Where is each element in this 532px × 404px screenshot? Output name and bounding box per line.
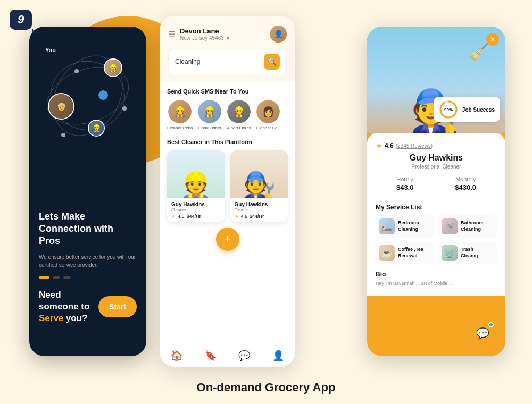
screen1-bottom-content: Lets Make Connection with Pros We ensure… <box>39 211 137 324</box>
hourly-rate: Hourly $43.0 <box>396 176 414 191</box>
location-info: Devon Lane New Jersey 45463 ▼ <box>180 27 265 41</box>
rate-row: Hourly $43.0 Monthly $430.0 <box>376 176 497 197</box>
service-name-coffee: Coffee ,TeaRenewal <box>398 247 423 259</box>
list-item[interactable]: 👩 Eleanor Pe.. <box>256 100 280 130</box>
dot-inactive-1 <box>53 276 60 279</box>
small-dot-1 <box>74 69 79 73</box>
nav-search[interactable]: 🔖 <box>205 350 217 361</box>
service-item-trash[interactable]: 🗑️ TrashCleanig <box>438 242 497 264</box>
logo: 9 hz <box>10 10 41 33</box>
rating-value: 4.6 <box>385 142 394 149</box>
search-button[interactable]: 🔍 <box>264 54 280 70</box>
chat-fab-button[interactable]: 💬 <box>470 321 495 346</box>
need-serve-row: Needsomeone to Serve you? Start <box>39 289 137 324</box>
price-2: $44/Hr <box>250 214 264 219</box>
provider-name-display: Guy Hawkins <box>376 153 497 163</box>
service-name-bathroom: BathroomCleaning <box>461 220 484 232</box>
section1-title: Send Quick SMS Near To You <box>167 88 288 95</box>
nav-home[interactable]: 🏠 <box>171 350 182 361</box>
trash-icon-box: 🗑️ <box>442 245 458 261</box>
service-list-title: My Service List <box>376 204 497 211</box>
close-button[interactable]: ✕ <box>486 33 499 46</box>
bio-title: Bio <box>376 271 497 278</box>
small-dot-3 <box>61 133 65 137</box>
star-icon-2: ★ <box>235 214 239 219</box>
nav-profile[interactable]: 👤 <box>272 350 284 361</box>
service-item-bedroom[interactable]: 🛏️ BedroomCleaning <box>376 215 434 238</box>
location-sub[interactable]: New Jersey 45463 ▼ <box>180 35 265 41</box>
svg-text:90%: 90% <box>444 107 453 112</box>
cleaner-card-1[interactable]: 👷 Guy Hawkins Cleaner ★ 4.6 $44/Hr <box>167 150 225 222</box>
coffee-icon-box: ☕ <box>379 245 395 261</box>
location-name: Devon Lane <box>180 27 265 35</box>
bio-section: Bio Hey I'm Savannah ... art of Mobile .… <box>376 271 497 287</box>
job-success-badge: 90% Job Success <box>434 97 500 122</box>
service-name-trash: TrashCleanig <box>461 247 478 259</box>
screen3-profile: 🧑‍🔧 🧹 90% Job Success ✕ ★ 4.6 (234 <box>367 27 505 356</box>
small-dot-2 <box>122 106 127 111</box>
section2-title: Best Cleaner in This Plantform <box>167 139 288 145</box>
service-name-bedroom: BedroomCleaning <box>398 220 419 232</box>
add-fab-button[interactable]: + <box>216 228 239 251</box>
provider-avatar-1: 👷 <box>168 100 192 123</box>
cleaner-role-2: Cleaner <box>235 207 284 212</box>
logo-box: 9 hz <box>10 10 32 30</box>
screen3-header: 🧑‍🔧 🧹 90% Job Success ✕ <box>367 27 505 133</box>
face-2: 👷 <box>89 121 104 136</box>
bathroom-icon-box: 🚿 <box>442 218 458 234</box>
cleaner-rating-1: ★ 4.6 $44/Hr <box>171 214 221 219</box>
onboarding-headline: Lets Make Connection with Pros <box>39 211 137 248</box>
provider-name-2: Cody Fisher <box>198 125 221 130</box>
cleaner-image-1: 👷 <box>167 150 225 198</box>
provider-role-display: Professional Cleaner <box>376 164 497 170</box>
rating-row: ★ 4.6 (2345 Reviews) <box>376 141 497 150</box>
screen2-header: ☰ Devon Lane New Jersey 45463 ▼ 👤 Cleani… <box>160 16 295 81</box>
dot-active <box>39 276 49 279</box>
rating-val-1: 4.6 <box>178 214 185 219</box>
start-button[interactable]: Start <box>98 296 137 317</box>
service-item-bathroom[interactable]: 🚿 BathroomCleaning <box>438 215 497 238</box>
nav-messages[interactable]: 💬 <box>238 350 250 361</box>
location-row: ☰ Devon Lane New Jersey 45463 ▼ 👤 <box>168 26 287 43</box>
provider-name-4: Eleanor Pe.. <box>256 125 280 130</box>
orbital-avatar-1: 👷 <box>104 58 122 77</box>
online-status-dot <box>488 322 494 327</box>
cleaner-card-2[interactable]: 🧑‍🔧 Guy Hawkins Cleaner ★ 4.6 $44/Hr <box>230 150 288 222</box>
provider-avatar-3: 👷 <box>227 100 251 123</box>
page-title: On-demand Grocery App <box>0 381 532 394</box>
search-bar: Cleaning 🔍 <box>168 49 287 74</box>
screen1-content: You 👴 👷 👷 Lets Make Connection with Pros… <box>29 27 146 356</box>
cleaner-role-1: Cleaner <box>171 207 221 212</box>
need-text: Needsomeone to <box>39 289 89 313</box>
list-item[interactable]: 👷 Cody Fisher <box>198 100 221 130</box>
cleaner-image-2: 🧑‍🔧 <box>230 150 288 198</box>
header-avatar[interactable]: 👤 <box>270 26 287 43</box>
rating-val-2: 4.6 <box>241 214 248 219</box>
cleaner-name-2: Guy Hawkins <box>235 201 284 207</box>
provider-avatar-4: 👩 <box>256 100 280 123</box>
provider-avatar-2: 👷 <box>198 100 221 123</box>
provider-name-3: Albert Flores <box>227 125 251 130</box>
you-label: You <box>45 47 56 53</box>
star-gold-icon: ★ <box>376 141 383 150</box>
cleaner-name-1: Guy Hawkins <box>171 201 221 207</box>
screen2-home: ☰ Devon Lane New Jersey 45463 ▼ 👤 Cleani… <box>160 16 295 367</box>
service-grid: 🛏️ BedroomCleaning 🚿 BathroomCleaning ☕ … <box>376 215 497 264</box>
screen3-body: ★ 4.6 (2345 Reviews) Guy Hawkins Profess… <box>367 133 505 296</box>
screen1-onboarding: You 👴 👷 👷 Lets Make Connection with Pros… <box>29 27 146 356</box>
list-item[interactable]: 👷 Albert Flores <box>227 100 251 130</box>
screen2-body: Send Quick SMS Near To You 👷 Eleanor Pen… <box>160 81 295 256</box>
search-text[interactable]: Cleaning <box>175 58 264 65</box>
progress-circle: 90% <box>439 100 458 119</box>
service-item-coffee[interactable]: ☕ Coffee ,TeaRenewal <box>376 242 434 264</box>
reviews-text: (2345 Reviews) <box>396 143 433 149</box>
monthly-rate: Monthly $430.0 <box>455 176 476 191</box>
cleaners-row: 👷 Guy Hawkins Cleaner ★ 4.6 $44/Hr 🧑 <box>167 150 288 222</box>
pagination-dots <box>39 276 137 279</box>
star-icon-1: ★ <box>171 214 176 219</box>
list-item[interactable]: 👷 Eleanor Pena <box>167 100 193 130</box>
hamburger-icon[interactable]: ☰ <box>168 29 176 39</box>
logo-suffix: hz <box>32 28 38 34</box>
bottom-nav: 🏠 🔖 💬 👤 <box>160 344 295 367</box>
cleaner-rating-2: ★ 4.6 $44/Hr <box>235 214 284 219</box>
